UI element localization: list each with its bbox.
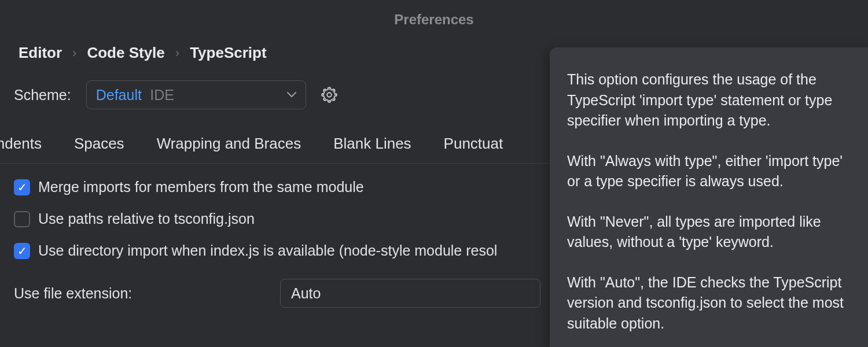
tooltip-paragraph: With "Auto", the IDE checks the TypeScri… <box>567 272 845 334</box>
checkmark-icon: ✓ <box>17 245 27 257</box>
file-extension-select[interactable]: Auto <box>280 279 540 308</box>
directory-import-label: Use directory import when index.js is av… <box>38 242 497 259</box>
tab-blank-lines[interactable]: Blank Lines <box>333 135 411 153</box>
gear-icon[interactable] <box>321 87 337 103</box>
relative-tsconfig-label: Use paths relative to tsconfig.json <box>38 211 255 227</box>
help-tooltip: This option configures the usage of the … <box>550 47 868 347</box>
scheme-select[interactable]: Default IDE <box>86 80 306 109</box>
tab-tabs-indents[interactable]: and Indents <box>0 135 42 153</box>
file-extension-label: Use file extension: <box>14 285 280 302</box>
breadcrumb-item[interactable]: Code Style <box>87 44 164 62</box>
scheme-suffix: IDE <box>150 87 174 103</box>
tooltip-paragraph: With "Never", all types are imported lik… <box>567 212 845 253</box>
tooltip-paragraph: With "Always with type", either 'import … <box>567 151 845 192</box>
chevron-down-icon <box>287 90 296 100</box>
breadcrumb-item[interactable]: TypeScript <box>190 44 266 62</box>
breadcrumb-separator: › <box>72 46 76 61</box>
scheme-value: Default <box>96 87 142 103</box>
checkmark-icon: ✓ <box>17 182 27 193</box>
tab-spaces[interactable]: Spaces <box>74 135 124 153</box>
merge-imports-label: Merge imports for members from the same … <box>38 179 364 195</box>
directory-import-checkbox[interactable]: ✓ <box>14 243 30 259</box>
merge-imports-checkbox[interactable]: ✓ <box>14 179 30 195</box>
tab-wrapping-braces[interactable]: Wrapping and Braces <box>157 135 301 153</box>
file-extension-value: Auto <box>291 285 321 302</box>
tab-punctuation[interactable]: Punctuat <box>444 135 503 153</box>
scheme-label: Scheme: <box>14 87 71 104</box>
relative-tsconfig-checkbox[interactable] <box>14 211 30 227</box>
breadcrumb-item[interactable]: Editor <box>19 44 62 62</box>
breadcrumb-separator: › <box>175 46 179 61</box>
window-title: Preferences <box>0 0 868 44</box>
svg-point-0 <box>327 93 331 97</box>
tooltip-paragraph: This option configures the usage of the … <box>567 69 845 131</box>
